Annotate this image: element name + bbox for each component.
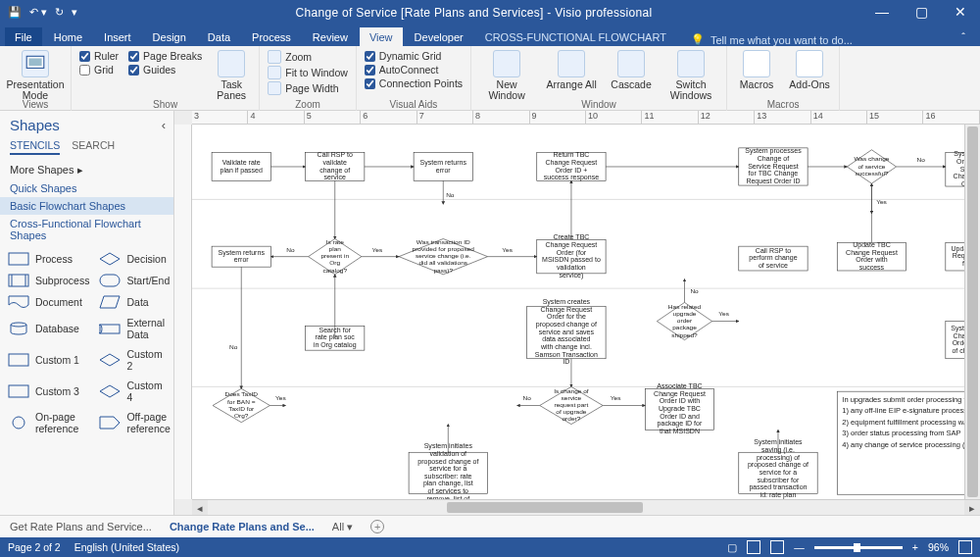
tab-file[interactable]: File [5, 27, 42, 46]
minimize-button[interactable]: — [862, 0, 902, 25]
cascade-button[interactable]: Cascade [609, 50, 654, 90]
task-panes-button[interactable]: Task Panes [212, 50, 251, 101]
svg-text:Associate TBC: Associate TBC [657, 382, 702, 389]
svg-text:Validate rate: Validate rate [222, 159, 261, 166]
view-presentation-icon[interactable] [770, 540, 784, 554]
tab-developer[interactable]: Developer [405, 27, 473, 46]
tab-cross-functional[interactable]: CROSS-FUNCTIONAL FLOWCHART [475, 27, 676, 46]
addons-button[interactable]: Add-Ons [788, 50, 831, 90]
tab-design[interactable]: Design [143, 27, 196, 46]
tab-home[interactable]: Home [44, 27, 92, 46]
svg-text:Upgrade TBC: Upgrade TBC [659, 405, 701, 413]
autoconnect-checkbox[interactable]: AutoConnect [365, 64, 463, 76]
shape-item-subprocess[interactable]: Subprocess [4, 272, 93, 289]
tab-review[interactable]: Review [303, 27, 358, 46]
arrange-all-button[interactable]: Arrange All [544, 50, 599, 90]
group-views-label: Views [0, 99, 71, 110]
shape-item-custom-4[interactable]: Custom 4 [95, 378, 173, 405]
switch-windows-button[interactable]: Switch Windows [663, 50, 718, 101]
svg-text:of service: of service [858, 163, 885, 170]
fit-window-button[interactable]: Fit to Window [268, 66, 348, 79]
add-page-button[interactable]: + [370, 520, 384, 533]
grid-checkbox[interactable]: Grid [79, 64, 119, 76]
zoom-level[interactable]: 96% [928, 541, 949, 553]
guides-checkbox[interactable]: Guides [128, 64, 202, 76]
page-tab-2[interactable]: Change Rate Plans and Se... [170, 521, 315, 532]
tab-process[interactable]: Process [242, 27, 301, 46]
shape-item-document[interactable]: Document [4, 293, 93, 311]
new-window-button[interactable]: New Window [479, 50, 534, 101]
fit-page-icon[interactable] [958, 540, 972, 554]
presentation-mode-button[interactable]: Presentation Mode [8, 50, 63, 101]
shape-item-custom-2[interactable]: Custom 2 [95, 346, 173, 374]
tab-insert[interactable]: Insert [94, 27, 141, 46]
tab-view[interactable]: View [360, 27, 403, 46]
shape-item-decision[interactable]: Decision [95, 250, 173, 268]
search-tab[interactable]: SEARCH [72, 139, 115, 155]
presentation-icon [22, 50, 49, 77]
shape-item-custom-3[interactable]: Custom 3 [4, 378, 93, 405]
svg-text:1) any off-line EIP e-signatur: 1) any off-line EIP e-signature processi… [842, 406, 977, 415]
drawing-page[interactable]: Validate rateplan if passedCall RSP tova… [192, 125, 980, 499]
ruler-checkbox[interactable]: Ruler [79, 50, 119, 62]
zoom-button[interactable]: Zoom [268, 50, 348, 64]
horizontal-scrollbar[interactable]: ◂ ▸ [192, 499, 980, 515]
svg-text:MSISDN passed to: MSISDN passed to [542, 256, 601, 264]
scroll-left-icon[interactable]: ◂ [192, 500, 208, 515]
macros-button[interactable]: Macros [735, 50, 778, 90]
stencils-tab[interactable]: STENCILS [10, 139, 60, 155]
svg-text:Search for: Search for [318, 327, 351, 333]
dynamic-grid-checkbox[interactable]: Dynamic Grid [365, 50, 463, 62]
svg-text:pass)?: pass)? [433, 267, 453, 275]
svg-rect-2 [9, 253, 28, 265]
view-normal-icon[interactable] [747, 540, 760, 554]
page-width-button[interactable]: Page Width [268, 81, 348, 95]
shape-item-off-page-reference[interactable]: Off-page reference [95, 409, 173, 436]
stencil-basic-flowchart[interactable]: Basic Flowchart Shapes [0, 197, 173, 215]
tell-me-input[interactable]: Tell me what you want to do... [677, 33, 853, 46]
svg-text:Yes: Yes [275, 394, 286, 401]
svg-text:No: No [690, 287, 699, 294]
vertical-scrollbar[interactable] [964, 125, 980, 499]
collapse-ribbon-icon[interactable]: ˆ [952, 27, 975, 46]
qat-dropdown-icon[interactable]: ▾ [72, 6, 77, 19]
pagebreaks-checkbox[interactable]: Page Breaks [128, 50, 202, 62]
svg-rect-7 [100, 275, 120, 286]
svg-text:Request Order ID: Request Order ID [746, 177, 800, 185]
zoom-out-button[interactable]: — [794, 541, 805, 553]
svg-text:error: error [436, 167, 452, 174]
svg-text:System returns: System returns [420, 159, 467, 167]
shape-item-start-end[interactable]: Start/End [95, 272, 173, 289]
all-pages-dropdown[interactable]: All ▾ [332, 521, 353, 533]
tab-data[interactable]: Data [198, 27, 240, 46]
stencil-quick[interactable]: Quick Shapes [0, 179, 173, 197]
macro-rec-icon[interactable]: ▢ [727, 541, 737, 553]
save-icon[interactable]: 💾 [8, 6, 22, 19]
status-language[interactable]: English (United States) [74, 541, 179, 553]
close-button[interactable]: ✕ [941, 0, 980, 25]
shape-item-database[interactable]: Database [4, 315, 93, 342]
svg-rect-1 [28, 59, 41, 67]
zoom-in-button[interactable]: + [912, 541, 918, 553]
svg-marker-3 [100, 253, 120, 265]
shape-item-process[interactable]: Process [4, 250, 93, 268]
shape-item-external-data[interactable]: External Data [95, 315, 173, 342]
zoom-slider[interactable] [814, 546, 903, 549]
shape-item-on-page-reference[interactable]: On-page reference [4, 409, 93, 436]
undo-icon[interactable]: ↶ ▾ [29, 6, 47, 19]
redo-icon[interactable]: ↻ [55, 6, 64, 19]
scroll-right-icon[interactable]: ▸ [964, 500, 980, 515]
shape-item-custom-1[interactable]: Custom 1 [4, 346, 93, 374]
shapes-collapse-icon[interactable]: ‹ [162, 118, 173, 132]
restore-button[interactable]: ▢ [902, 0, 941, 25]
more-shapes[interactable]: More Shapes ▸ [0, 161, 173, 179]
connection-points-checkbox[interactable]: Connection Points [365, 77, 463, 89]
shape-item-data[interactable]: Data [95, 293, 173, 311]
svg-text:System processes: System processes [745, 148, 802, 156]
svg-text:success: success [859, 264, 885, 271]
svg-text:order: order [677, 317, 693, 324]
page-tab-1[interactable]: Get Rate Plans and Service... [10, 521, 152, 532]
svg-text:Yes: Yes [611, 394, 621, 401]
svg-text:Org?: Org? [234, 412, 249, 420]
stencil-cross-functional[interactable]: Cross-Functional Flowchart Shapes [0, 215, 173, 244]
